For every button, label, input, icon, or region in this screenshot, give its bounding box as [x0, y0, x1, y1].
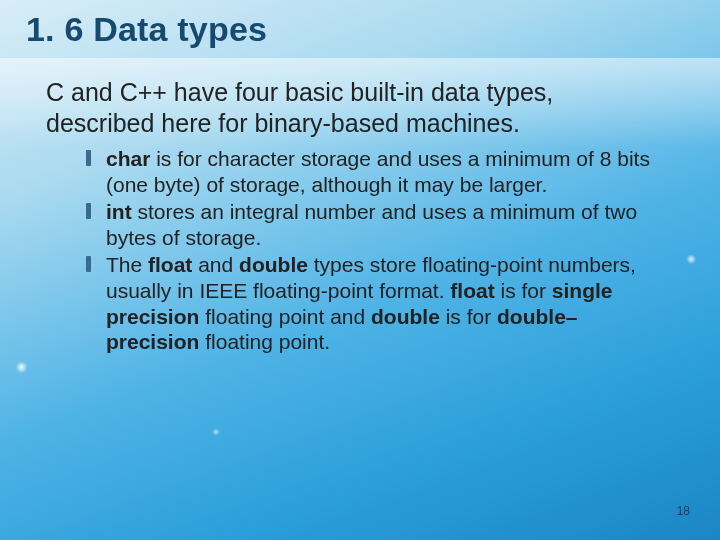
intro-paragraph: C and C++ have four basic built-in data …	[46, 77, 664, 138]
text: stores an integral number and uses a min…	[106, 200, 637, 249]
text: is for	[495, 279, 552, 302]
text: The	[106, 253, 148, 276]
keyword: float	[148, 253, 192, 276]
list-item: The float and double types store floatin…	[86, 252, 650, 354]
list-item: char is for character storage and uses a…	[86, 146, 650, 197]
text: and	[192, 253, 239, 276]
list-item: int stores an integral number and uses a…	[86, 199, 650, 250]
slide: 1. 6 Data types C and C++ have four basi…	[0, 0, 720, 540]
text: is for character storage and uses a mini…	[106, 147, 650, 196]
page-number: 18	[677, 504, 690, 518]
text: floating point and	[199, 305, 371, 328]
text: floating point.	[199, 330, 330, 353]
keyword: float	[450, 279, 494, 302]
keyword: char	[106, 147, 150, 170]
text: is for	[440, 305, 497, 328]
keyword: double	[239, 253, 308, 276]
bullet-list: char is for character storage and uses a…	[86, 146, 650, 355]
keyword: int	[106, 200, 132, 223]
slide-title: 1. 6 Data types	[26, 10, 684, 49]
keyword: double	[371, 305, 440, 328]
